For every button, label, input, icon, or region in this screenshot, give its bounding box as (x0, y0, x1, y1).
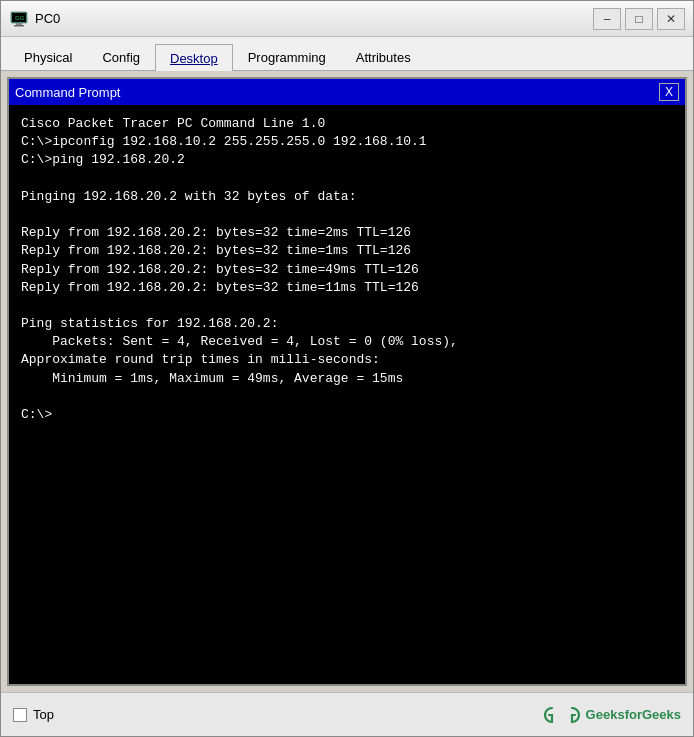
top-checkbox[interactable] (13, 708, 27, 722)
command-prompt-window: Command Prompt X Cisco Packet Tracer PC … (7, 77, 687, 686)
cmd-close-button[interactable]: X (659, 83, 679, 101)
gfg-logo: GeeksforGeeks (544, 704, 681, 726)
bottom-bar: Top GeeksforGeeks (1, 692, 693, 736)
main-content: Command Prompt X Cisco Packet Tracer PC … (1, 71, 693, 692)
tab-programming[interactable]: Programming (233, 44, 341, 70)
minimize-button[interactable]: – (593, 8, 621, 30)
gfg-icon (544, 704, 580, 726)
cmd-title-text: Command Prompt (15, 85, 120, 100)
close-button[interactable]: ✕ (657, 8, 685, 30)
cmd-output[interactable]: Cisco Packet Tracer PC Command Line 1.0 … (9, 105, 685, 684)
window-controls: – □ ✕ (593, 8, 685, 30)
cmd-title-bar: Command Prompt X (9, 79, 685, 105)
tab-physical[interactable]: Physical (9, 44, 87, 70)
gfg-text: GeeksforGeeks (586, 707, 681, 722)
window-title: PC0 (35, 11, 593, 26)
tab-bar: Physical Config Desktop Programming Attr… (1, 37, 693, 71)
app-icon: GG (9, 9, 29, 29)
tab-attributes[interactable]: Attributes (341, 44, 426, 70)
top-checkbox-area: Top (13, 707, 54, 722)
svg-rect-2 (14, 25, 24, 27)
main-window: GG PC0 – □ ✕ Physical Config Desktop Pro… (0, 0, 694, 737)
tab-config[interactable]: Config (87, 44, 155, 70)
top-label: Top (33, 707, 54, 722)
title-bar: GG PC0 – □ ✕ (1, 1, 693, 37)
svg-rect-1 (16, 23, 22, 25)
svg-text:GG: GG (15, 15, 25, 21)
tab-desktop[interactable]: Desktop (155, 44, 233, 71)
maximize-button[interactable]: □ (625, 8, 653, 30)
